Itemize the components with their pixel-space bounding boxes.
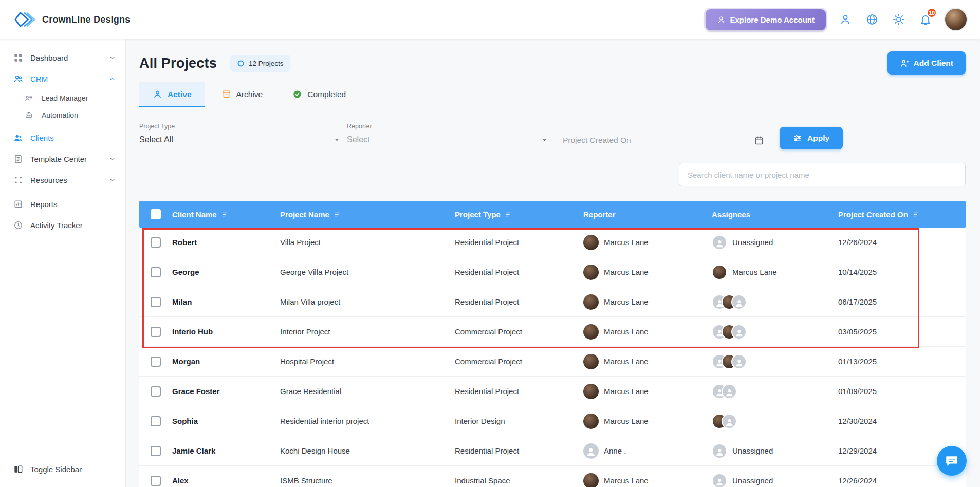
- sidebar-item-lead-manager[interactable]: Lead Manager: [0, 89, 125, 106]
- client-name-cell: Interio Hub: [172, 327, 280, 336]
- row-checkbox[interactable]: [151, 476, 161, 486]
- table-header-row: Client Name Project Name Project Type: [139, 201, 966, 228]
- project-type-select[interactable]: Select All: [139, 135, 341, 149]
- user-avatar[interactable]: [945, 9, 967, 30]
- table-row: Interio Hub Interior Project Commercial …: [139, 317, 966, 347]
- assignee-label: Unassigned: [732, 476, 773, 485]
- row-checkbox[interactable]: [151, 237, 161, 248]
- reporter-cell: Anne .: [583, 443, 712, 459]
- sidebar-item-template-center[interactable]: Template Center: [0, 148, 125, 170]
- sidebar-item-label: Reports: [30, 200, 58, 209]
- sort-icon[interactable]: [221, 211, 229, 218]
- header-project-created-on[interactable]: Project Created On: [838, 210, 966, 219]
- tab-active[interactable]: Active: [139, 82, 205, 107]
- header-label: Client Name: [172, 210, 217, 219]
- sidebar-item-resources[interactable]: Resources: [0, 170, 125, 191]
- header-project-type[interactable]: Project Type: [455, 210, 583, 219]
- profile-button[interactable]: [838, 12, 853, 27]
- row-checkbox[interactable]: [151, 416, 161, 426]
- sidebar-item-reports[interactable]: Reports: [0, 194, 125, 215]
- reporter-name: Marcus Lane: [604, 476, 649, 485]
- brand[interactable]: CrownLine Designs: [13, 9, 130, 30]
- assignee-avatar: [712, 265, 727, 280]
- project-name-cell: George Villa Project: [280, 268, 455, 276]
- dropdown-arrow-icon: [541, 136, 548, 144]
- assignee-avatar: [731, 324, 747, 340]
- projects-count-label: 12 Projects: [249, 60, 284, 67]
- tabs: Active Archive Completed: [139, 82, 966, 107]
- topbar: CrownLine Designs Explore Demo Account: [0, 0, 980, 39]
- reporter-cell: Marcus Lane: [583, 235, 712, 250]
- template-document-icon: [13, 154, 24, 164]
- row-checkbox[interactable]: [151, 357, 161, 367]
- project-type-cell: Residential Project: [455, 238, 583, 247]
- assignees-cell: Marcus Lane: [712, 265, 838, 280]
- project-type-cell: Residential Project: [455, 297, 583, 306]
- explore-demo-account-button[interactable]: Explore Demo Account: [706, 9, 826, 30]
- settings-button[interactable]: [892, 12, 906, 27]
- chat-bubble-icon: [945, 454, 958, 467]
- assignee-avatar: [712, 443, 727, 459]
- header-reporter: Reporter: [583, 210, 712, 219]
- row-checkbox[interactable]: [151, 267, 161, 277]
- reporter-name: Marcus Lane: [604, 297, 649, 306]
- created-on-cell: 12/26/2024: [838, 238, 966, 247]
- assignees-cell: Unassigned: [712, 443, 838, 459]
- lead-manager-icon: [25, 93, 35, 103]
- reporter-name: Marcus Lane: [604, 387, 649, 396]
- header-project-name[interactable]: Project Name: [280, 210, 455, 219]
- sliders-icon: [793, 134, 802, 143]
- reporter-avatar: [583, 414, 599, 429]
- chevron-down-icon: [108, 54, 116, 62]
- row-checkbox[interactable]: [151, 297, 161, 307]
- chat-widget-button[interactable]: [937, 446, 967, 476]
- calendar-icon[interactable]: [754, 135, 764, 145]
- assignee-label: Unassigned: [732, 446, 773, 455]
- person-add-icon: [900, 59, 909, 68]
- row-checkbox[interactable]: [151, 446, 161, 456]
- notifications-button[interactable]: 10: [918, 12, 933, 27]
- sort-icon[interactable]: [505, 211, 513, 218]
- header-client-name[interactable]: Client Name: [172, 210, 280, 219]
- sidebar: Dashboard CRM Lead Mana: [0, 39, 126, 487]
- tab-label: Completed: [307, 90, 346, 99]
- project-type-value: Select All: [139, 135, 173, 144]
- sort-icon[interactable]: [913, 211, 920, 218]
- sidebar-item-dashboard[interactable]: Dashboard: [0, 47, 125, 68]
- person-icon: [839, 13, 852, 26]
- reporter-select[interactable]: Select: [347, 135, 548, 149]
- search-input[interactable]: [679, 163, 966, 186]
- notification-count-badge: 10: [927, 8, 937, 18]
- reporter-avatar: [583, 324, 599, 340]
- sidebar-item-activity-tracker[interactable]: Activity Tracker: [0, 215, 125, 236]
- reporter-name: Marcus Lane: [604, 268, 649, 276]
- apply-button[interactable]: Apply: [780, 127, 843, 149]
- add-client-button[interactable]: Add Client: [887, 51, 966, 75]
- language-button[interactable]: [865, 12, 879, 27]
- tab-label: Archive: [236, 90, 263, 99]
- reporter-cell: Marcus Lane: [583, 414, 712, 429]
- reporter-name: Anne .: [604, 446, 626, 455]
- sidebar-item-label: Resources: [30, 176, 67, 184]
- row-checkbox[interactable]: [151, 327, 161, 337]
- tab-archive[interactable]: Archive: [208, 82, 276, 107]
- sidebar-item-crm[interactable]: CRM: [0, 68, 125, 89]
- sidebar-item-automation[interactable]: Automation: [0, 106, 125, 123]
- created-on-cell: 06/17/2025: [838, 297, 966, 306]
- reporter-cell: Marcus Lane: [583, 265, 712, 280]
- row-checkbox[interactable]: [151, 386, 161, 397]
- sidebar-item-clients[interactable]: Clients: [0, 127, 125, 148]
- project-type-cell: Industrial Space: [455, 476, 583, 485]
- reporter-name: Marcus Lane: [604, 327, 649, 336]
- tab-completed[interactable]: Completed: [279, 82, 359, 107]
- select-all-checkbox[interactable]: [151, 209, 161, 219]
- created-on-cell: 01/09/2025: [838, 387, 966, 396]
- reporter-avatar: [583, 473, 599, 487]
- client-name-cell: Robert: [172, 238, 280, 247]
- sort-icon[interactable]: [334, 211, 342, 218]
- toggle-sidebar-button[interactable]: Toggle Sidebar: [0, 459, 125, 480]
- reporter-cell: Marcus Lane: [583, 384, 712, 399]
- table-row: Alex ISMB Structure Industrial Space Mar…: [139, 466, 966, 487]
- main-content: All Projects 12 Projects Add Client: [126, 39, 980, 487]
- project-created-on-input[interactable]: [563, 136, 754, 145]
